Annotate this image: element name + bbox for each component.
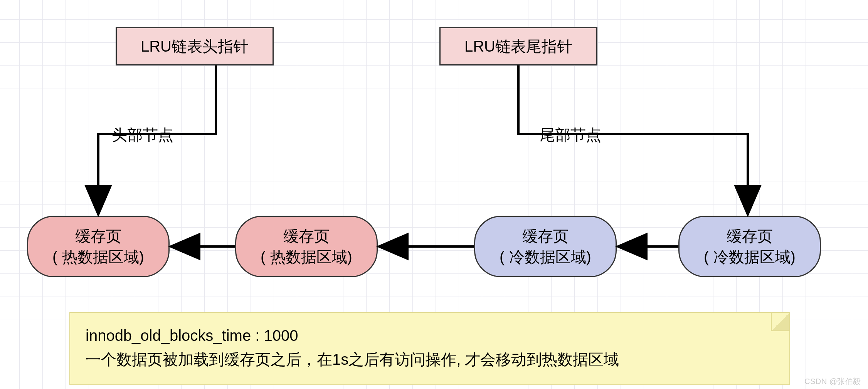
arrow-tail-to-node4 <box>518 65 748 213</box>
diagram-canvas: LRU链表头指针 LRU链表尾指针 头部节点 尾部节点 缓存页 ( 热数据区域)… <box>0 0 868 389</box>
arrow-head-to-node1 <box>98 65 216 213</box>
arrows-layer <box>0 0 868 389</box>
watermark: CSDN @张伯毅 <box>804 376 861 387</box>
